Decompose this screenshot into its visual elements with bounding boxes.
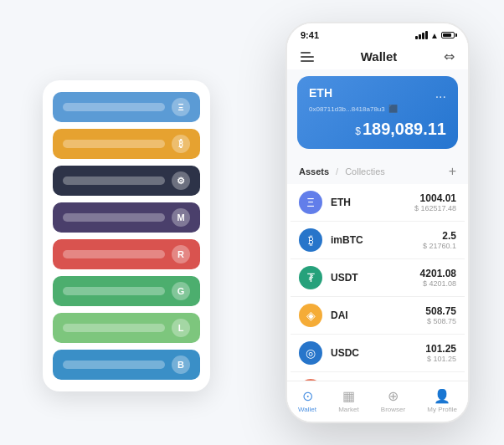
asset-usd: $ 508.75 bbox=[425, 317, 456, 325]
asset-name: USDC bbox=[331, 347, 425, 359]
asset-amount: 101.25 bbox=[425, 343, 456, 355]
asset-usd: $ 4201.08 bbox=[420, 279, 456, 288]
eth-card[interactable]: ETH ... 0x08711d3b...8418a78u3 ⬛ $189,08… bbox=[297, 76, 458, 149]
list-item[interactable]: M bbox=[53, 202, 200, 233]
asset-usd: $ 162517.48 bbox=[414, 204, 456, 212]
list-item[interactable]: R bbox=[53, 239, 200, 269]
table-row[interactable]: ΞETH1004.01$ 162517.48 bbox=[291, 184, 465, 222]
table-row[interactable]: ◎USDC101.25$ 101.25 bbox=[291, 335, 465, 372]
wifi-icon: ▲ bbox=[430, 31, 439, 40]
asset-amount: 2.5 bbox=[423, 230, 456, 242]
signal-icon bbox=[415, 31, 428, 39]
asset-usd: $ 101.25 bbox=[425, 355, 456, 363]
table-row[interactable]: ₿imBTC2.5$ 21760.1 bbox=[291, 222, 465, 259]
asset-coin-icon: ₮ bbox=[299, 266, 322, 289]
card-icon: R bbox=[172, 245, 190, 263]
asset-name: ETH bbox=[331, 197, 414, 208]
nav-profile[interactable]: 👤 My Profile bbox=[427, 388, 457, 413]
status-time: 9:41 bbox=[301, 30, 319, 40]
copy-icon[interactable]: ⬛ bbox=[388, 105, 398, 113]
profile-nav-icon: 👤 bbox=[434, 388, 450, 404]
nav-market-label: Market bbox=[338, 406, 358, 413]
phone-mockup: 9:41 ▲ bbox=[285, 22, 470, 423]
status-icons: ▲ bbox=[415, 31, 455, 40]
card-icon: ⚙ bbox=[172, 171, 190, 190]
asset-amount: 508.75 bbox=[425, 305, 456, 317]
list-item[interactable]: B bbox=[53, 350, 200, 380]
asset-usd: $ 21760.1 bbox=[423, 242, 456, 250]
status-bar: 9:41 ▲ bbox=[287, 23, 468, 43]
scene: Ξ₿⚙MRGLB 9:41 ▲ bbox=[18, 13, 486, 432]
nav-profile-label: My Profile bbox=[427, 406, 457, 413]
list-item[interactable]: ₿ bbox=[53, 129, 200, 159]
tab-divider: / bbox=[336, 166, 338, 176]
asset-coin-icon: ₿ bbox=[299, 228, 322, 252]
asset-amount: 4201.08 bbox=[420, 268, 456, 279]
asset-values: 1004.01$ 162517.48 bbox=[414, 192, 456, 212]
card-icon: Ξ bbox=[172, 98, 190, 116]
assets-tabs: Assets / Collecties bbox=[299, 166, 385, 176]
asset-name: USDT bbox=[331, 272, 420, 284]
card-icon: G bbox=[172, 282, 190, 300]
expand-icon[interactable]: ⇔ bbox=[444, 49, 455, 64]
asset-coin-icon: ◈ bbox=[299, 304, 322, 327]
bottom-nav: ⊙ Wallet ▦ Market ⊕ Browser 👤 My Profile bbox=[287, 381, 468, 422]
nav-browser[interactable]: ⊕ Browser bbox=[381, 388, 405, 413]
asset-values: 101.25$ 101.25 bbox=[425, 343, 456, 363]
tab-collecties[interactable]: Collecties bbox=[345, 166, 385, 176]
asset-values: 4201.08$ 4201.08 bbox=[420, 268, 456, 288]
table-row[interactable]: ₮USDT4201.08$ 4201.08 bbox=[291, 259, 465, 297]
nav-browser-label: Browser bbox=[381, 406, 405, 413]
card-stack: Ξ₿⚙MRGLB bbox=[43, 80, 210, 391]
nav-wallet-label: Wallet bbox=[298, 406, 316, 413]
list-item[interactable]: G bbox=[53, 276, 200, 306]
card-icon: B bbox=[172, 355, 190, 374]
table-row[interactable]: ◈DAI508.75$ 508.75 bbox=[291, 297, 465, 335]
asset-values: 2.5$ 21760.1 bbox=[423, 230, 456, 250]
asset-coin-icon: ◎ bbox=[299, 341, 322, 365]
browser-nav-icon: ⊕ bbox=[388, 388, 399, 404]
list-item[interactable]: ⚙ bbox=[53, 166, 200, 196]
asset-list: ΞETH1004.01$ 162517.48₿imBTC2.5$ 21760.1… bbox=[287, 184, 468, 381]
card-icon: ₿ bbox=[172, 135, 190, 153]
list-item[interactable]: L bbox=[53, 313, 200, 343]
add-asset-button[interactable]: + bbox=[449, 164, 456, 179]
eth-balance: $189,089.11 bbox=[309, 120, 446, 139]
asset-amount: 1004.01 bbox=[414, 192, 456, 204]
page-title: Wallet bbox=[361, 49, 398, 64]
asset-name: imBTC bbox=[331, 234, 423, 246]
card-icon: M bbox=[172, 208, 190, 227]
menu-icon[interactable] bbox=[301, 52, 314, 62]
nav-wallet[interactable]: ⊙ Wallet bbox=[298, 388, 316, 413]
card-icon: L bbox=[172, 319, 190, 337]
tab-assets[interactable]: Assets bbox=[299, 166, 329, 176]
wallet-nav-icon: ⊙ bbox=[302, 388, 313, 404]
eth-card-label: ETH bbox=[309, 86, 332, 100]
table-row[interactable]: TTFT130 bbox=[291, 372, 465, 381]
asset-values: 508.75$ 508.75 bbox=[425, 305, 456, 325]
asset-name: DAI bbox=[331, 309, 425, 321]
nav-market[interactable]: ▦ Market bbox=[338, 388, 358, 413]
battery-icon bbox=[441, 32, 455, 38]
eth-address: 0x08711d3b...8418a78u3 ⬛ bbox=[309, 105, 446, 113]
market-nav-icon: ▦ bbox=[342, 388, 355, 404]
list-item[interactable]: Ξ bbox=[53, 92, 200, 122]
assets-header: Assets / Collecties + bbox=[287, 156, 468, 184]
asset-coin-icon: Ξ bbox=[299, 191, 322, 214]
eth-more-button[interactable]: ... bbox=[435, 86, 446, 101]
nav-bar: Wallet ⇔ bbox=[287, 43, 468, 69]
